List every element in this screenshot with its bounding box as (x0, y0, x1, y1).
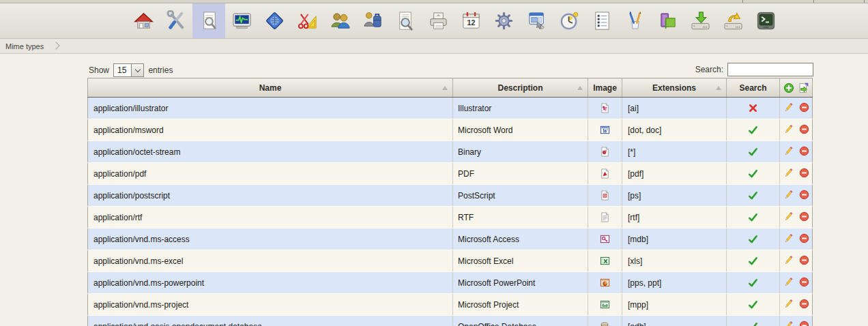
not-searchable-cross-icon (748, 103, 758, 113)
toolbar-button-document-search[interactable] (192, 3, 225, 38)
column-header-name[interactable]: Name (88, 78, 453, 98)
column-header-actions[interactable] (780, 78, 813, 98)
mime-types-admin-screen: 12 Mime types Show 15 entries Search: Na… (0, 0, 868, 326)
table-row: application/postscriptPostScript[ps] (88, 185, 813, 207)
edit-mime-type-button[interactable] (783, 233, 794, 243)
toolbar-button-calendar[interactable]: 12 (454, 3, 487, 38)
edit-mime-type-button[interactable] (783, 299, 794, 309)
mime-image-cell (588, 207, 622, 228)
column-header-image[interactable]: Image (588, 78, 622, 98)
edit-mime-type-button[interactable] (783, 255, 794, 265)
edit-mime-type-button[interactable] (783, 168, 794, 178)
edit-mime-type-button[interactable] (783, 277, 794, 287)
toolbar-button-wrench-screwdriver[interactable] (160, 3, 192, 38)
export-mime-types-button[interactable] (798, 83, 809, 93)
toolbar-button-scissors-ruler[interactable] (291, 3, 323, 38)
delete-mime-type-button[interactable] (799, 124, 809, 134)
entries-per-page-select[interactable]: 15 (113, 63, 144, 77)
column-header-search[interactable]: Search (727, 78, 780, 98)
delete-mime-type-button[interactable] (799, 146, 809, 156)
mime-image-cell: W (588, 119, 622, 141)
mime-extensions-cell: [pps, ppt] (622, 272, 727, 294)
show-entries-control: Show 15 entries (89, 63, 173, 77)
mime-description-cell: Microsoft Word (453, 119, 588, 141)
edit-mime-type-button[interactable] (783, 146, 794, 156)
toolbar-button-document-preview[interactable] (389, 3, 422, 38)
delete-mime-type-button[interactable] (799, 102, 809, 113)
excel-file-icon (600, 256, 610, 265)
top-strip-divider (742, 0, 743, 3)
mime-name-cell: application/pdf (88, 163, 453, 185)
breadcrumb-item-mime-types[interactable]: Mime types (5, 42, 44, 50)
mime-actions-cell (780, 250, 813, 272)
toolbar-button-drive-download[interactable] (684, 3, 717, 38)
mime-description-cell: Illustrator (453, 98, 588, 119)
mime-extensions-cell: [*] (622, 141, 727, 163)
mime-description-cell: Binary (453, 141, 588, 163)
delete-mime-type-button[interactable] (799, 255, 809, 265)
delete-mime-type-button[interactable] (799, 190, 809, 200)
toolbar-button-remote-window[interactable] (520, 3, 553, 38)
top-strip-divider (813, 0, 814, 3)
toolbar-button-home[interactable] (127, 3, 160, 38)
toolbar-button-network-diamond[interactable] (258, 3, 291, 38)
mime-description-cell: Microsoft Excel (453, 250, 588, 272)
searchable-check-icon (748, 234, 758, 243)
searchable-check-icon (748, 212, 758, 222)
edit-mime-type-button[interactable] (783, 190, 794, 200)
toolbar-button-gear[interactable] (487, 3, 520, 38)
breadcrumb-chevron-icon (53, 42, 60, 49)
table-filter-control: Search: (695, 63, 813, 76)
gear-icon (493, 10, 515, 31)
column-header-description[interactable]: Description (453, 78, 588, 98)
mime-image-cell (588, 250, 622, 272)
table-row: application/vnd.ms-powerpointMicrosoft P… (88, 272, 813, 294)
toolbar-button-drive-restore[interactable] (717, 3, 749, 38)
edit-mime-type-button[interactable] (783, 124, 794, 134)
toolbar-button-clock[interactable] (553, 3, 585, 38)
binary-file-icon (600, 147, 610, 156)
mime-search-cell (727, 163, 780, 185)
edit-mime-type-button[interactable] (783, 102, 794, 113)
toolbar-button-users[interactable] (323, 3, 356, 38)
users-icon (330, 10, 351, 31)
toolbar-button-printer[interactable] (422, 3, 454, 38)
column-header-extensions[interactable]: Extensions (622, 78, 727, 98)
mime-name-cell: application/vnd.ms-project (88, 294, 453, 316)
mime-image-cell (588, 294, 622, 316)
mime-image-cell (588, 163, 622, 185)
sort-arrow-icon (577, 86, 583, 90)
printer-icon (428, 10, 449, 31)
delete-mime-type-button[interactable] (799, 277, 809, 287)
delete-mime-type-button[interactable] (799, 168, 809, 178)
searchable-check-icon (748, 299, 758, 309)
delete-mime-type-button[interactable] (799, 299, 809, 309)
toolbar-button-terminal[interactable] (749, 3, 782, 38)
column-label: Image (593, 83, 617, 93)
svg-text:12: 12 (467, 18, 475, 27)
toolbar-button-user-briefcase[interactable] (356, 3, 389, 38)
mime-search-cell (727, 228, 780, 250)
mime-description-cell: Microsoft PowerPoint (453, 272, 588, 294)
mime-search-cell (727, 98, 780, 119)
mime-search-cell (727, 207, 780, 228)
table-row: application/octet-streamBinary[*] (88, 141, 813, 163)
mime-image-cell (588, 228, 622, 250)
toolbar-icons: 12 (127, 3, 868, 38)
edit-mime-type-button[interactable] (783, 211, 794, 222)
mime-description-cell: PDF (453, 163, 588, 185)
toolbar-button-pens[interactable] (618, 3, 651, 38)
delete-mime-type-button[interactable] (799, 233, 809, 243)
wrench-screwdriver-icon (166, 10, 187, 31)
search-input[interactable] (727, 63, 813, 76)
rtf-file-icon (600, 212, 610, 222)
toolbar-button-checklist[interactable] (585, 3, 618, 38)
search-label: Search: (695, 65, 723, 74)
toolbar-button-monitor-activity[interactable] (225, 3, 258, 38)
add-mime-type-button[interactable] (783, 83, 794, 93)
delete-mime-type-button[interactable] (799, 321, 809, 326)
toolbar-button-book-flag[interactable] (651, 3, 684, 38)
delete-mime-type-button[interactable] (799, 211, 809, 222)
table-row: application/vnd.ms-excelMicrosoft Excel[… (88, 250, 813, 272)
edit-mime-type-button[interactable] (783, 321, 794, 326)
